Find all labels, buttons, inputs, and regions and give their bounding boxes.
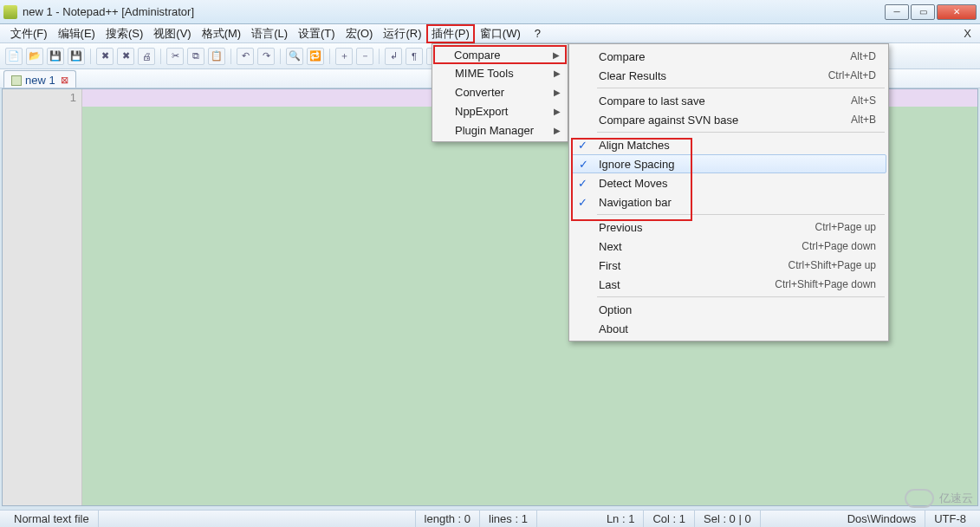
paste-icon[interactable]: 📋 bbox=[208, 48, 225, 65]
new-file-icon[interactable]: 📄 bbox=[5, 48, 23, 65]
menu-file[interactable]: 文件(F) bbox=[5, 24, 53, 43]
menu-settings[interactable]: 设置(T) bbox=[293, 24, 341, 43]
status-encoding: UTF-8 bbox=[925, 511, 975, 527]
compare-next[interactable]: NextCtrl+Page down bbox=[571, 237, 886, 256]
compare-clear-results[interactable]: Clear ResultsCtrl+Alt+D bbox=[571, 66, 886, 85]
undo-icon[interactable]: ↶ bbox=[237, 48, 254, 65]
plugins-menu: Compare ▶ MIME Tools ▶ Converter ▶ NppEx… bbox=[432, 43, 568, 142]
maximize-button[interactable]: ▭ bbox=[911, 4, 935, 20]
plugins-compare[interactable]: Compare ▶ bbox=[433, 45, 567, 64]
compare-last[interactable]: LastCtrl+Shift+Page down bbox=[571, 275, 886, 294]
check-icon: ✓ bbox=[579, 158, 588, 171]
menu-separator bbox=[597, 296, 885, 297]
submenu-arrow-icon: ▶ bbox=[554, 88, 561, 97]
file-tab[interactable]: new 1 ⊠ bbox=[3, 70, 76, 88]
zoom-out-icon[interactable]: － bbox=[356, 48, 373, 65]
save-icon[interactable]: 💾 bbox=[47, 48, 64, 65]
menu-window[interactable]: 窗口(W) bbox=[475, 24, 526, 43]
zoom-in-icon[interactable]: ＋ bbox=[335, 48, 353, 65]
submenu-arrow-icon: ▶ bbox=[554, 107, 561, 116]
plugins-mime-tools[interactable]: MIME Tools ▶ bbox=[434, 63, 566, 82]
menu-label: Compare bbox=[454, 49, 500, 62]
submenu-arrow-icon: ▶ bbox=[553, 50, 560, 60]
close-button[interactable]: ✕ bbox=[937, 4, 977, 20]
statusbar: Normal text file length : 0 lines : 1 Ln… bbox=[0, 510, 980, 527]
replace-icon[interactable]: 🔁 bbox=[307, 48, 324, 65]
compare-about[interactable]: About bbox=[571, 319, 886, 338]
cloud-icon bbox=[905, 489, 934, 508]
cut-icon[interactable]: ✂ bbox=[166, 48, 184, 65]
app-icon bbox=[3, 5, 17, 19]
menu-run[interactable]: 运行(R) bbox=[378, 24, 426, 43]
menubar: 文件(F) 编辑(E) 搜索(S) 视图(V) 格式(M) 语言(L) 设置(T… bbox=[0, 24, 980, 43]
menu-separator bbox=[597, 88, 885, 88]
status-filetype: Normal text file bbox=[5, 511, 99, 527]
compare-menu: CompareAlt+D Clear ResultsCtrl+Alt+D Com… bbox=[568, 43, 889, 342]
plugins-converter[interactable]: Converter ▶ bbox=[434, 82, 566, 101]
menu-search[interactable]: 搜索(S) bbox=[101, 24, 148, 43]
menu-label: Converter bbox=[455, 86, 504, 99]
compare-ignore-spacing[interactable]: ✓Ignore Spacing bbox=[571, 154, 886, 173]
menu-separator bbox=[597, 214, 885, 215]
separator bbox=[379, 49, 380, 64]
copy-icon[interactable]: ⧉ bbox=[187, 48, 204, 65]
separator bbox=[329, 49, 330, 64]
status-length: length : 0 bbox=[416, 511, 481, 527]
separator bbox=[160, 49, 161, 64]
submenu-arrow-icon: ▶ bbox=[554, 68, 561, 78]
compare-last-save[interactable]: Compare to last saveAlt+S bbox=[571, 91, 886, 110]
compare-previous[interactable]: PreviousCtrl+Page up bbox=[571, 218, 886, 237]
close-file-icon[interactable]: ✖ bbox=[96, 48, 114, 65]
line-gutter: 1 bbox=[3, 89, 82, 505]
menu-macro[interactable]: 宏(O) bbox=[341, 24, 379, 43]
compare-compare[interactable]: CompareAlt+D bbox=[571, 47, 886, 66]
open-file-icon[interactable]: 📂 bbox=[26, 48, 43, 65]
show-chars-icon[interactable]: ¶ bbox=[406, 48, 423, 65]
save-all-icon[interactable]: 💾 bbox=[68, 48, 85, 65]
menu-label: MIME Tools bbox=[455, 67, 514, 80]
check-icon: ✓ bbox=[578, 177, 587, 190]
separator bbox=[90, 49, 91, 64]
window-title: new 1 - Notepad++ [Administrator] bbox=[23, 5, 883, 18]
plugins-plugin-manager[interactable]: Plugin Manager ▶ bbox=[434, 120, 566, 140]
file-tab-icon bbox=[11, 75, 22, 86]
status-lines: lines : 1 bbox=[480, 511, 537, 527]
menubar-close-icon[interactable]: X bbox=[964, 27, 971, 40]
submenu-arrow-icon: ▶ bbox=[554, 126, 561, 135]
compare-detect-moves[interactable]: ✓Detect Moves bbox=[571, 173, 886, 192]
menu-view[interactable]: 视图(V) bbox=[148, 24, 196, 43]
plugins-nppexport[interactable]: NppExport ▶ bbox=[434, 101, 566, 120]
menu-plugins[interactable]: 插件(P) bbox=[426, 24, 474, 43]
print-icon[interactable]: 🖨 bbox=[138, 48, 155, 65]
minimize-button[interactable]: ─ bbox=[885, 4, 909, 20]
check-icon: ✓ bbox=[578, 196, 587, 209]
status-eol: Dos\Windows bbox=[839, 511, 925, 527]
watermark: 亿速云 bbox=[905, 489, 973, 508]
find-icon[interactable]: 🔍 bbox=[286, 48, 303, 65]
tab-close-icon[interactable]: ⊠ bbox=[61, 75, 68, 86]
status-ln: Ln : 1 bbox=[598, 511, 645, 527]
menu-edit[interactable]: 编辑(E) bbox=[53, 24, 101, 43]
compare-align-matches[interactable]: ✓Align Matches bbox=[571, 135, 886, 154]
status-spacer bbox=[99, 511, 416, 527]
check-icon: ✓ bbox=[578, 139, 587, 152]
menu-label: Plugin Manager bbox=[455, 124, 534, 137]
menu-label: NppExport bbox=[455, 105, 508, 118]
menu-help[interactable]: ? bbox=[529, 25, 546, 42]
compare-svn-base[interactable]: Compare against SVN baseAlt+B bbox=[571, 110, 886, 129]
menu-format[interactable]: 格式(M) bbox=[197, 24, 247, 43]
compare-navigation-bar[interactable]: ✓Navigation bar bbox=[571, 192, 886, 211]
redo-icon[interactable]: ↷ bbox=[257, 48, 275, 65]
menu-separator bbox=[597, 132, 885, 133]
close-all-icon[interactable]: ✖ bbox=[117, 48, 134, 65]
status-col: Col : 1 bbox=[644, 511, 695, 527]
compare-option[interactable]: Option bbox=[571, 300, 886, 319]
separator bbox=[280, 49, 281, 64]
status-sel: Sel : 0 | 0 bbox=[695, 511, 761, 527]
file-tab-label: new 1 bbox=[25, 74, 55, 87]
titlebar: new 1 - Notepad++ [Administrator] ─ ▭ ✕ bbox=[0, 0, 980, 24]
menu-language[interactable]: 语言(L) bbox=[246, 24, 293, 43]
line-number: 1 bbox=[3, 91, 76, 104]
wrap-icon[interactable]: ↲ bbox=[385, 48, 402, 65]
compare-first[interactable]: FirstCtrl+Shift+Page up bbox=[571, 256, 886, 275]
